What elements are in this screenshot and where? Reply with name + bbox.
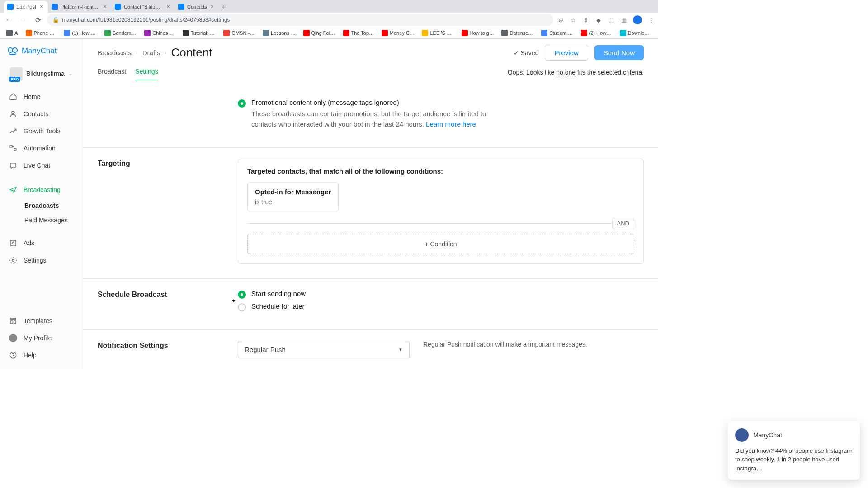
bookmark-item[interactable]: Lessons Learned f… [260, 29, 299, 37]
favicon [178, 4, 184, 10]
radio-description: These broadcasts can contain promotions,… [251, 109, 505, 129]
apps-button[interactable]: Apps [4, 29, 21, 37]
tab-broadcast[interactable]: Broadcast [98, 64, 126, 80]
radio-option-promotional[interactable]: Promotional content only (message tags i… [238, 99, 644, 129]
nav-home[interactable]: Home [0, 88, 83, 105]
browser-tab[interactable]: Contact "Bildungsfirma" throu… × [111, 1, 175, 13]
close-icon[interactable]: × [165, 4, 171, 9]
send-now-button[interactable]: Send Now [594, 45, 644, 60]
nav-label: Settings [24, 257, 47, 264]
bookmark-item[interactable]: Money Changes E… [379, 29, 418, 37]
bookmark-item[interactable]: (2) How To Add A… [578, 29, 615, 37]
gear-icon [9, 256, 17, 264]
close-icon[interactable]: × [39, 4, 44, 9]
nav-settings[interactable]: Settings [0, 252, 83, 269]
learn-more-link[interactable]: Learn more here [426, 120, 476, 128]
nav-help[interactable]: Help [0, 347, 83, 364]
bookmark-item[interactable]: Datenschutz – Re… [499, 29, 537, 37]
pro-badge: PRO [9, 77, 20, 82]
radio-label: Schedule for later [251, 302, 305, 310]
url-text: manychat.com/fb198150208192061/posting/d… [62, 17, 548, 23]
nav-label: Templates [24, 317, 52, 324]
app-root: ManyChat PRO Bildungsfirma ⌵ Home Contac… [0, 39, 658, 369]
bookmark-item[interactable]: Download - Cooki… [617, 29, 655, 37]
star-icon[interactable]: ☆ [570, 16, 577, 23]
notification-select[interactable]: Regular Push ▼ [238, 341, 410, 358]
bookmark-item[interactable]: LEE 'S HOUSE—… [419, 29, 457, 37]
breadcrumb-link[interactable]: Broadcasts [98, 49, 132, 56]
nav-growth[interactable]: Growth Tools [0, 122, 83, 140]
close-icon[interactable]: × [209, 4, 215, 9]
translate-icon[interactable]: ⊕ [557, 16, 564, 23]
nav-livechat[interactable]: Live Chat [0, 157, 83, 174]
nav-broadcasts[interactable]: Broadcasts [24, 198, 83, 213]
add-condition-button[interactable]: + Condition [247, 234, 634, 254]
favicon [52, 4, 58, 10]
radio-icon [238, 99, 246, 108]
targeting-heading: Targeted contacts, that match all of the… [247, 167, 634, 175]
preview-button[interactable]: Preview [545, 45, 588, 61]
content-scroll[interactable]: Promotional content only (message tags i… [83, 80, 658, 369]
close-icon[interactable]: × [102, 4, 108, 9]
reload-button[interactable]: ⟳ [33, 14, 43, 25]
bookmark-item[interactable]: Chinese translati… [142, 29, 178, 37]
bookmark-item[interactable]: The Top 3 Platfor… [340, 29, 377, 37]
bookmark-item[interactable]: Student Wants an… [538, 29, 576, 37]
tab-title: Contact "Bildungsfirma" throu… [124, 4, 163, 9]
section-targeting: Targeting Targeted contacts, that match … [83, 148, 658, 279]
bookmarks-bar: Apps Phone Recycling… (1) How Working a…… [0, 27, 658, 39]
nav-profile[interactable]: My Profile [0, 329, 83, 347]
radio-label: Promotional content only (message tags i… [251, 99, 505, 106]
svg-point-1 [13, 48, 17, 52]
new-tab-button[interactable]: + [218, 2, 229, 13]
nav-automation[interactable]: Automation [0, 140, 83, 157]
nav-label: Help [24, 352, 37, 359]
puzzle-icon[interactable]: ⬚ [608, 16, 615, 23]
main-content: Broadcasts › Drafts › Content ✓ Saved Pr… [83, 39, 658, 369]
section-label [98, 99, 238, 133]
breadcrumb-link[interactable]: Drafts [142, 49, 160, 56]
nav-label: Live Chat [24, 162, 50, 169]
workspace-selector[interactable]: PRO Bildungsfirma ⌵ [4, 65, 79, 83]
bookmark-item[interactable]: Qing Fei De Yi - Y… [301, 29, 339, 37]
nav-paid-messages[interactable]: Paid Messages [24, 213, 83, 227]
forward-button[interactable]: → [18, 14, 29, 25]
profile-avatar[interactable] [633, 15, 642, 24]
topbar: Broadcasts › Drafts › Content ✓ Saved Pr… [83, 39, 658, 64]
bookmark-item[interactable]: How to get more v… [459, 29, 497, 37]
nav-label: My Profile [24, 334, 52, 342]
nav-contacts[interactable]: Contacts [0, 105, 83, 122]
section-body: Start sending now Schedule for later [238, 290, 644, 315]
svg-rect-7 [10, 318, 16, 320]
nav-ads[interactable]: Ads [0, 235, 83, 252]
radio-label: Start sending now [251, 290, 306, 297]
condition-chip[interactable]: Opted-in for Messenger is true [247, 182, 339, 211]
svg-point-11 [13, 357, 14, 357]
menu-icon[interactable]: ⋮ [647, 16, 655, 23]
tab-settings[interactable]: Settings [135, 64, 158, 80]
nav-broadcasting[interactable]: Broadcasting [0, 181, 83, 198]
extension-icon[interactable]: ◆ [595, 16, 602, 23]
browser-tab[interactable]: Plattform-Richtlinien – Übers… × [48, 1, 111, 13]
section-label: Notification Settings [98, 341, 238, 358]
bookmark-item[interactable]: GMSN - Vologda,… [221, 29, 258, 37]
logo[interactable]: ManyChat [0, 46, 83, 65]
radio-option-schedule-later[interactable]: Schedule for later [238, 302, 644, 311]
address-bar[interactable]: 🔒 manychat.com/fb198150208192061/posting… [47, 14, 553, 26]
share-icon[interactable]: ⇪ [582, 16, 590, 23]
extension-icon[interactable]: ▦ [620, 16, 627, 23]
bookmark-item[interactable]: Sonderangebot! A… [102, 29, 140, 37]
profile-icon [9, 334, 17, 342]
condition-value: is true [255, 198, 331, 206]
bookmark-item[interactable]: Tutorial: Eigene Fa… [180, 29, 219, 37]
growth-icon [9, 127, 17, 135]
address-row: ← → ⟳ 🔒 manychat.com/fb198150208192061/p… [0, 13, 658, 27]
chevron-down-icon: ▼ [398, 347, 403, 352]
back-button[interactable]: ← [4, 14, 14, 25]
radio-option-send-now[interactable]: Start sending now [238, 290, 644, 299]
browser-tab[interactable]: Contacts × [175, 1, 218, 13]
bookmark-item[interactable]: (1) How Working a… [61, 29, 100, 37]
bookmark-item[interactable]: Phone Recycling… [23, 29, 60, 37]
nav-templates[interactable]: Templates [0, 312, 83, 329]
browser-tab[interactable]: Edit Post × [4, 1, 48, 13]
